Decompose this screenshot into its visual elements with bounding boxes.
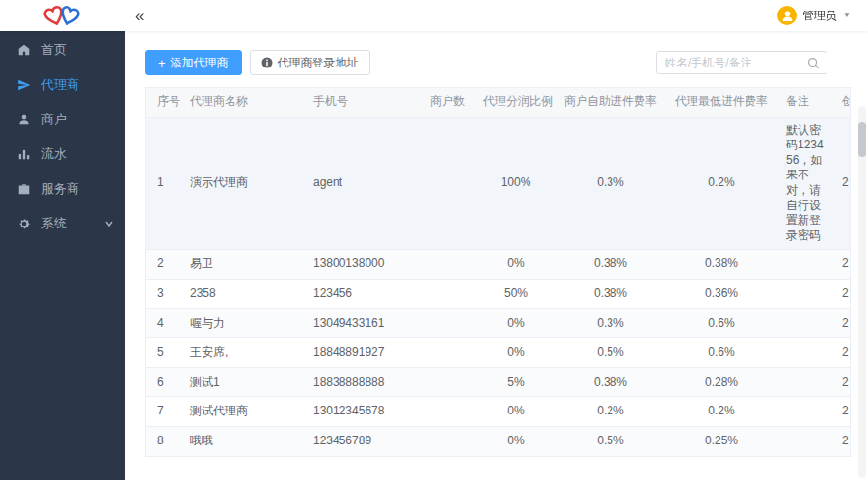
search-input[interactable] [657,56,800,69]
table-cell: 演示代理商 [182,117,306,250]
table-cell: 123456789 [306,426,420,456]
table-row[interactable]: 8哦哦1234567890%0.5%0.25%2 [146,426,851,456]
table-cell [420,397,475,427]
agent-login-url-button[interactable]: 代理商登录地址 [250,50,370,75]
table-cell: 0.3% [556,308,665,338]
sidebar-item-system[interactable]: 系统 [0,206,125,241]
table-row[interactable]: 6测试1188388888885%0.38%0.28%2 [146,367,851,397]
sidebar-item-transactions[interactable]: 流水 [0,137,125,172]
table-cell: 0.5% [556,426,665,456]
table-row[interactable]: 1演示代理商agent100%0.3%0.2%默认密码123456，如果不对，请… [146,117,851,250]
sidebar-item-label: 首页 [41,41,67,59]
table-row[interactable]: 5王安席,188488919270%0.5%0.6%2 [146,338,851,368]
table-cell: agent [306,117,420,250]
table-cell [778,338,834,368]
send-icon [17,78,31,92]
sidebar-item-providers[interactable]: 服务商 [0,172,125,206]
table-cell: 0% [475,426,556,456]
column-header: 手机号 [306,88,420,117]
table-cell: 0.6% [665,338,778,368]
table-row[interactable]: 7测试代理商130123456780%0.2%0.2%2 [146,397,851,427]
table-cell: 易卫 [182,250,306,280]
column-header: 备注 [778,88,834,117]
sidebar: 首页 代理商 商户 流水 服务商 系统 [0,31,125,480]
user-icon [17,113,31,126]
table-cell [420,367,475,397]
main-content: + 添加代理商 代理商登录地址 序号代理商名称手机号商户数代理分润比例商户自助进… [125,31,868,480]
table-cell: 2 [834,367,851,397]
table-cell: 8 [146,426,182,456]
table-cell: 3 [146,279,182,308]
vertical-scrollbar-track[interactable] [858,106,866,478]
table-cell: 0% [475,308,556,338]
table-row[interactable]: 4喔与力130494331610%0.3%0.6%2 [146,308,851,338]
table-cell: 2 [834,397,851,427]
user-name: 管理员 [802,8,837,24]
column-header: 商户数 [420,88,475,117]
table-cell: 18838888888 [306,367,420,397]
table-cell: 0.2% [665,117,778,250]
top-bar-main: « 管理员 ▼ [125,0,868,31]
app-logo[interactable] [0,0,125,31]
chevron-down-icon [104,217,114,231]
column-header: 商户自助进件费率 [556,88,665,117]
table-cell: 0.25% [665,426,778,456]
sidebar-item-home[interactable]: 首页 [0,33,125,67]
table-cell [420,250,475,280]
table-cell [778,426,834,456]
table-cell: 0.28% [665,367,778,397]
table-cell: 2 [834,250,851,280]
info-icon [261,57,273,68]
table-cell [778,308,834,338]
table-cell: 2 [834,279,851,308]
plus-icon: + [158,56,166,70]
table-row[interactable]: 3235812345650%0.38%0.36%2 [146,279,851,308]
sidebar-item-agents[interactable]: 代理商 [0,67,125,102]
sidebar-collapse-icon[interactable]: « [131,6,148,26]
person-icon [781,10,794,22]
search-button[interactable] [800,52,827,73]
home-icon [17,43,31,57]
sidebar-item-label: 商户 [41,111,67,128]
bar-chart-icon [17,147,31,161]
table-cell: 王安席, [182,338,306,368]
table-cell [778,397,834,427]
table-cell [420,308,475,338]
gear-icon [17,217,31,230]
table-cell: 喔与力 [182,308,306,338]
table-cell: 0.2% [665,397,778,427]
column-header: 代理最低进件费率 [665,88,778,117]
sidebar-item-label: 系统 [41,215,67,232]
table-cell: 0.36% [665,279,778,308]
table-cell: 2 [146,250,182,280]
table-cell: 0.6% [665,308,778,338]
toolbar: + 添加代理商 代理商登录地址 [145,50,851,75]
table-cell: 123456 [306,279,420,308]
user-menu[interactable]: 管理员 ▼ [777,6,851,25]
table-cell: 哦哦 [182,426,306,456]
table-cell: 6 [146,367,182,397]
table-cell: 默认密码123456，如果不对，请自行设置新登录密码 [778,117,834,250]
briefcase-icon [17,182,31,196]
table-cell: 0.2% [556,397,665,427]
table-cell: 测试代理商 [182,397,306,427]
table-cell: 100% [475,117,556,250]
table-row[interactable]: 2易卫138001380000%0.38%0.38%2 [146,250,851,280]
search-box [656,51,827,74]
search-icon [807,57,820,69]
table-cell: 18848891927 [306,338,420,368]
sidebar-item-merchants[interactable]: 商户 [0,102,125,137]
vertical-scrollbar-thumb[interactable] [858,122,866,157]
table-cell [420,279,475,308]
agent-login-url-label: 代理商登录地址 [278,55,359,71]
table-cell [778,367,834,397]
table-cell: 7 [146,397,182,427]
table-cell: 2 [834,338,851,368]
sidebar-item-label: 服务商 [41,180,79,198]
add-agent-button[interactable]: + 添加代理商 [145,50,242,75]
table-body: 1演示代理商agent100%0.3%0.2%默认密码123456，如果不对，请… [146,117,851,456]
table-cell: 0.3% [556,117,665,250]
table-cell: 0% [475,397,556,427]
table-cell [778,250,834,280]
table-cell: 5 [146,338,182,368]
